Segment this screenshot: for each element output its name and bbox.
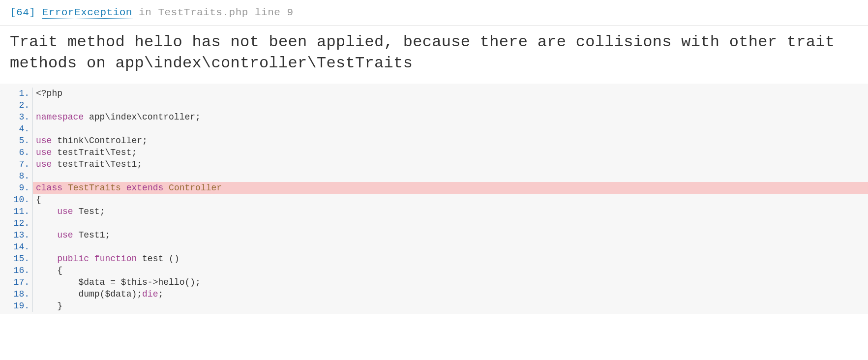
code-content: dump($data);die; (32, 288, 868, 300)
code-line: 5.use think\Controller; (0, 135, 868, 147)
code-content: namespace app\index\controller; (32, 111, 868, 123)
code-line: 18. dump($data);die; (0, 288, 868, 300)
line-number: 5. (0, 135, 32, 147)
code-content: { (32, 265, 868, 276)
code-line: 12. (0, 217, 868, 229)
code-line: 9.class TestTraits extends Controller (0, 182, 868, 194)
code-content (32, 99, 868, 111)
line-number: 2. (0, 99, 32, 111)
line-number: 6. (0, 147, 32, 158)
code-content: public function test () (32, 253, 868, 265)
line-number: 18. (0, 288, 32, 300)
line-number: 3. (0, 111, 32, 123)
exception-link[interactable]: ErrorException (42, 7, 132, 19)
code-content (32, 241, 868, 253)
line-number: 11. (0, 206, 32, 217)
code-content: $data = $this->hello(); (32, 276, 868, 288)
code-content (32, 217, 868, 229)
line-number: 10. (0, 194, 32, 206)
line-number: 12. (0, 217, 32, 229)
error-header: [64] ErrorException in TestTraits.php li… (0, 0, 868, 26)
code-content: use think\Controller; (32, 135, 868, 147)
code-line: 16. { (0, 265, 868, 276)
error-message: Trait method hello has not been applied,… (0, 26, 868, 84)
code-line: 3.namespace app\index\controller; (0, 111, 868, 123)
line-number: 15. (0, 253, 32, 265)
code-line: 2. (0, 99, 868, 111)
code-line: 4. (0, 123, 868, 135)
code-line: 19. } (0, 300, 868, 312)
file-location: TestTraits.php line 9 (158, 7, 293, 18)
line-number: 17. (0, 276, 32, 288)
line-number: 16. (0, 265, 32, 276)
line-number: 14. (0, 241, 32, 253)
code-content: class TestTraits extends Controller (32, 182, 868, 194)
code-line: 10.{ (0, 194, 868, 206)
line-number: 13. (0, 229, 32, 241)
error-code: [64] (10, 7, 35, 18)
code-line: 17. $data = $this->hello(); (0, 276, 868, 288)
code-content: <?php (32, 88, 868, 99)
code-content: use testTrait\Test1; (32, 158, 868, 170)
code-line: 14. (0, 241, 868, 253)
line-number: 19. (0, 300, 32, 312)
code-content: } (32, 300, 868, 312)
line-number: 8. (0, 170, 32, 182)
code-content: use Test1; (32, 229, 868, 241)
code-line: 15. public function test () (0, 253, 868, 265)
code-content: { (32, 194, 868, 206)
code-line: 7.use testTrait\Test1; (0, 158, 868, 170)
line-number: 7. (0, 158, 32, 170)
line-number: 9. (0, 182, 32, 194)
code-content: use Test; (32, 206, 868, 217)
in-word: in (139, 7, 151, 18)
code-block: 1.<?php2. 3.namespace app\index\controll… (0, 84, 868, 314)
code-line: 1.<?php (0, 88, 868, 99)
code-line: 13. use Test1; (0, 229, 868, 241)
code-line: 8. (0, 170, 868, 182)
code-content: use testTrait\Test; (32, 147, 868, 158)
code-line: 11. use Test; (0, 206, 868, 217)
code-content (32, 170, 868, 182)
line-number: 1. (0, 88, 32, 99)
line-number: 4. (0, 123, 32, 135)
code-line: 6.use testTrait\Test; (0, 147, 868, 158)
code-content (32, 123, 868, 135)
